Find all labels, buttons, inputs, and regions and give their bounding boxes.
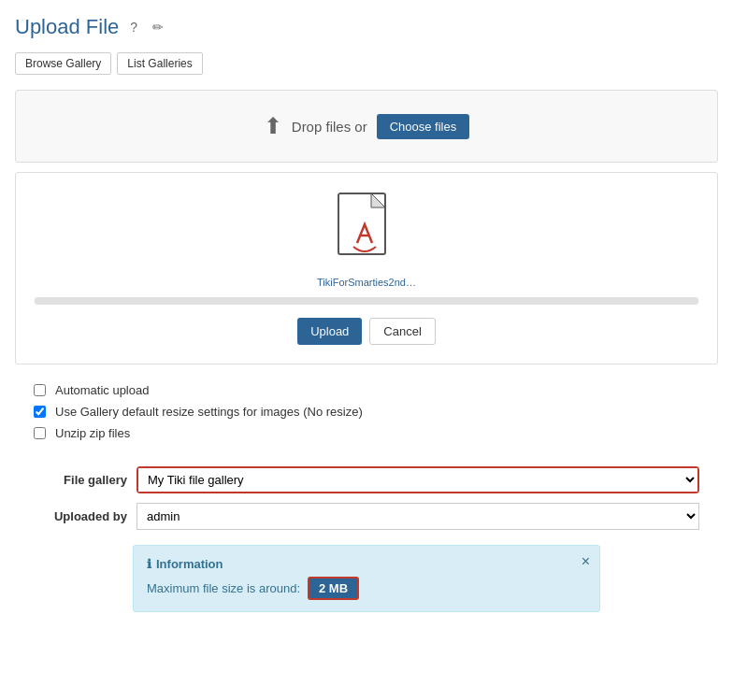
file-name: TikiForSmarties2nd… [317, 277, 416, 288]
top-buttons: Browse Gallery List Galleries [15, 52, 718, 75]
info-close-button[interactable]: × [582, 553, 590, 570]
info-box-title: ℹ Information [147, 557, 586, 571]
upload-button[interactable]: Upload [297, 318, 362, 345]
file-gallery-control: My Tiki file gallery [137, 466, 699, 493]
size-badge: 2 MB [308, 577, 359, 600]
choose-files-button[interactable]: Choose files [377, 114, 470, 139]
uploaded-by-select[interactable]: admin [137, 503, 699, 530]
file-gallery-select[interactable]: My Tiki file gallery [138, 468, 697, 492]
uploaded-by-label: Uploaded by [34, 509, 127, 523]
unzip-label: Unzip zip files [55, 426, 130, 440]
automatic-upload-label: Automatic upload [55, 383, 149, 397]
action-buttons: Upload Cancel [297, 318, 436, 345]
file-gallery-row: File gallery My Tiki file gallery [34, 466, 699, 493]
info-box: × ℹ Information Maximum file size is aro… [133, 545, 600, 612]
unzip-checkbox[interactable] [34, 427, 46, 439]
pdf-file-icon [334, 192, 399, 271]
list-galleries-button[interactable]: List Galleries [117, 52, 202, 75]
unzip-row: Unzip zip files [34, 426, 699, 440]
cancel-button[interactable]: Cancel [369, 318, 435, 345]
automatic-upload-row: Automatic upload [34, 383, 699, 397]
file-icon-wrap: TikiForSmarties2nd… [317, 192, 416, 288]
uploaded-by-row: Uploaded by admin [34, 503, 699, 530]
info-message: Maximum file size is around: [147, 581, 300, 595]
edit-icon[interactable]: ✏ [149, 18, 167, 36]
browse-gallery-button[interactable]: Browse Gallery [15, 52, 111, 75]
help-icon[interactable]: ? [126, 18, 141, 36]
drop-text: Drop files or [292, 119, 367, 135]
form-section: File gallery My Tiki file gallery Upload… [15, 466, 718, 530]
gallery-default-checkbox[interactable] [34, 406, 46, 418]
gallery-default-label: Use Gallery default resize settings for … [55, 405, 363, 419]
options-section: Automatic upload Use Gallery default res… [15, 374, 718, 457]
gallery-default-row: Use Gallery default resize settings for … [34, 405, 699, 419]
drop-zone[interactable]: ⬆ Drop files or Choose files [15, 90, 718, 163]
progress-bar [35, 297, 698, 305]
page-title: Upload File [15, 15, 119, 39]
automatic-upload-checkbox[interactable] [34, 384, 46, 396]
file-preview-area: TikiForSmarties2nd… Upload Cancel [15, 172, 718, 364]
uploaded-by-control: admin [137, 503, 699, 530]
info-body: Maximum file size is around: 2 MB [147, 577, 586, 600]
upload-cloud-icon: ⬆ [264, 113, 282, 139]
info-icon: ℹ [147, 557, 151, 571]
file-gallery-highlight: My Tiki file gallery [137, 466, 699, 493]
file-gallery-label: File gallery [34, 473, 127, 487]
page-header: Upload File ? ✏ [15, 15, 718, 39]
